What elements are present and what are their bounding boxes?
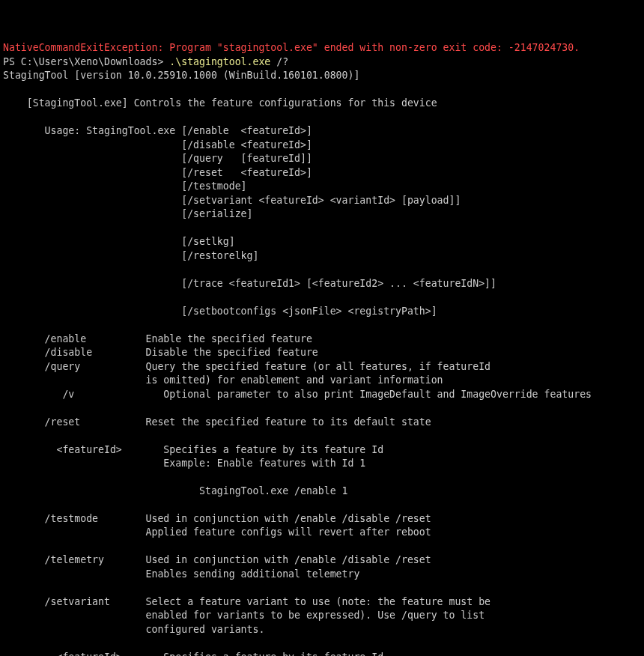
error-line: NativeCommandExitException: Program "sta… (3, 42, 580, 53)
output-body: StagingTool [version 10.0.25910.1000 (Wi… (3, 70, 628, 656)
terminal-window[interactable]: NativeCommandExitException: Program "sta… (0, 28, 644, 656)
prompt-prefix: PS C:\Users\Xeno\Downloads> (3, 56, 163, 67)
prompt-command: .\stagingtool.exe (169, 56, 270, 67)
prompt-args: /? (276, 56, 288, 67)
